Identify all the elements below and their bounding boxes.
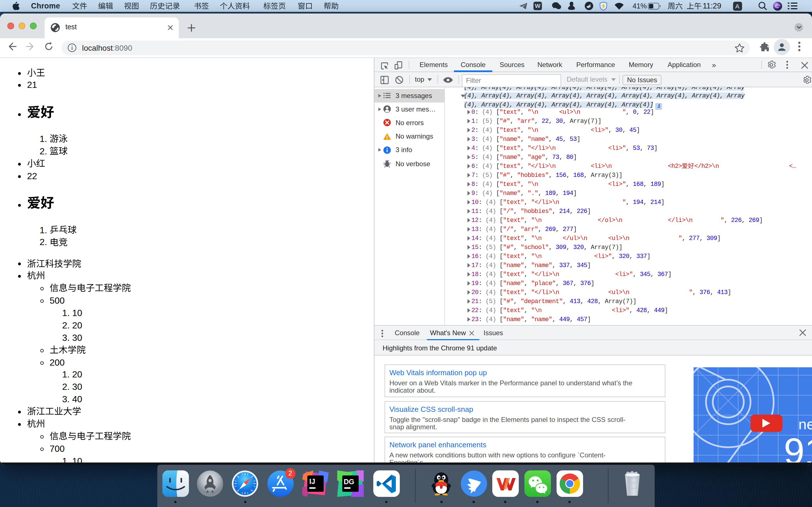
- svg-text:91: 91: [784, 431, 812, 463]
- svg-text:new: new: [799, 416, 812, 432]
- svg-text:DG: DG: [344, 477, 354, 485]
- svg-text:IJ: IJ: [309, 477, 315, 485]
